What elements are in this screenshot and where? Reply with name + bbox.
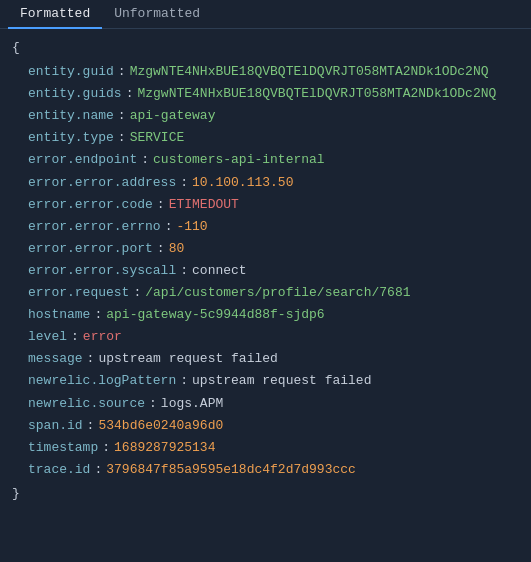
row-colon: : — [180, 260, 188, 282]
row-key: error.error.address — [28, 172, 176, 194]
table-row: entity.type : SERVICE — [12, 127, 519, 149]
row-value: 10.100.113.50 — [192, 172, 293, 194]
table-row: error.request : /api/customers/profile/s… — [12, 282, 519, 304]
table-row: span.id : 534bd6e0240a96d0 — [12, 415, 519, 437]
tab-bar: Formatted Unformatted — [0, 0, 531, 29]
table-row: newrelic.source : logs.APM — [12, 393, 519, 415]
row-value: 3796847f85a9595e18dc4f2d7d993ccc — [106, 459, 356, 481]
table-row: level : error — [12, 326, 519, 348]
row-value: api-gateway — [130, 105, 216, 127]
row-key: entity.type — [28, 127, 114, 149]
rows-container: entity.guid : MzgwNTE4NHxBUE18QVBQTElDQV… — [12, 61, 519, 481]
row-value: MzgwNTE4NHxBUE18QVBQTElDQVRJT058MTA2NDk1… — [137, 83, 496, 105]
table-row: error.endpoint : customers-api-internal — [12, 149, 519, 171]
row-value: connect — [192, 260, 247, 282]
table-row: error.error.syscall : connect — [12, 260, 519, 282]
table-row: error.error.code : ETIMEDOUT — [12, 194, 519, 216]
tab-formatted[interactable]: Formatted — [8, 0, 102, 29]
row-value: upstream request failed — [192, 370, 371, 392]
row-value: 1689287925134 — [114, 437, 215, 459]
row-key: entity.guids — [28, 83, 122, 105]
row-colon: : — [118, 105, 126, 127]
row-colon: : — [133, 282, 141, 304]
row-value: MzgwNTE4NHxBUE18QVBQTElDQVRJT058MTA2NDk1… — [130, 61, 489, 83]
close-brace-line: } — [12, 483, 519, 505]
row-key: hostname — [28, 304, 90, 326]
row-key: error.error.syscall — [28, 260, 176, 282]
row-key: error.error.port — [28, 238, 153, 260]
table-row: hostname : api-gateway-5c9944d88f-sjdp6 — [12, 304, 519, 326]
tab-unformatted[interactable]: Unformatted — [102, 0, 212, 29]
row-value: 80 — [169, 238, 185, 260]
row-key: newrelic.logPattern — [28, 370, 176, 392]
row-colon: : — [180, 370, 188, 392]
table-row: entity.name : api-gateway — [12, 105, 519, 127]
table-row: newrelic.logPattern : upstream request f… — [12, 370, 519, 392]
row-value: -110 — [176, 216, 207, 238]
row-colon: : — [165, 216, 173, 238]
row-key: error.request — [28, 282, 129, 304]
row-value: 534bd6e0240a96d0 — [98, 415, 223, 437]
row-colon: : — [87, 415, 95, 437]
row-key: span.id — [28, 415, 83, 437]
row-colon: : — [141, 149, 149, 171]
row-colon: : — [94, 304, 102, 326]
row-key: newrelic.source — [28, 393, 145, 415]
row-value: logs.APM — [161, 393, 223, 415]
row-value: customers-api-internal — [153, 149, 325, 171]
row-colon: : — [118, 61, 126, 83]
close-brace: } — [12, 483, 20, 505]
row-value: SERVICE — [130, 127, 185, 149]
row-colon: : — [157, 194, 165, 216]
row-value: upstream request failed — [98, 348, 277, 370]
row-key: trace.id — [28, 459, 90, 481]
json-content: { entity.guid : MzgwNTE4NHxBUE18QVBQTElD… — [0, 29, 531, 513]
table-row: error.error.port : 80 — [12, 238, 519, 260]
table-row: message : upstream request failed — [12, 348, 519, 370]
row-value: api-gateway-5c9944d88f-sjdp6 — [106, 304, 324, 326]
row-colon: : — [126, 83, 134, 105]
row-value: error — [83, 326, 122, 348]
row-key: message — [28, 348, 83, 370]
row-key: error.error.code — [28, 194, 153, 216]
row-key: error.error.errno — [28, 216, 161, 238]
table-row: entity.guids : MzgwNTE4NHxBUE18QVBQTElDQ… — [12, 83, 519, 105]
table-row: error.error.address : 10.100.113.50 — [12, 172, 519, 194]
table-row: timestamp : 1689287925134 — [12, 437, 519, 459]
row-key: entity.guid — [28, 61, 114, 83]
row-colon: : — [118, 127, 126, 149]
row-value: ETIMEDOUT — [169, 194, 239, 216]
row-key: level — [28, 326, 67, 348]
table-row: trace.id : 3796847f85a9595e18dc4f2d7d993… — [12, 459, 519, 481]
row-key: entity.name — [28, 105, 114, 127]
row-colon: : — [102, 437, 110, 459]
row-colon: : — [180, 172, 188, 194]
row-colon: : — [87, 348, 95, 370]
row-colon: : — [71, 326, 79, 348]
row-key: error.endpoint — [28, 149, 137, 171]
tabs-container: Formatted Unformatted — [0, 0, 531, 29]
table-row: entity.guid : MzgwNTE4NHxBUE18QVBQTElDQV… — [12, 61, 519, 83]
row-colon: : — [94, 459, 102, 481]
row-colon: : — [149, 393, 157, 415]
row-key: timestamp — [28, 437, 98, 459]
open-brace-line: { — [12, 37, 519, 59]
table-row: error.error.errno : -110 — [12, 216, 519, 238]
open-brace: { — [12, 37, 20, 59]
row-value: /api/customers/profile/search/7681 — [145, 282, 410, 304]
row-colon: : — [157, 238, 165, 260]
